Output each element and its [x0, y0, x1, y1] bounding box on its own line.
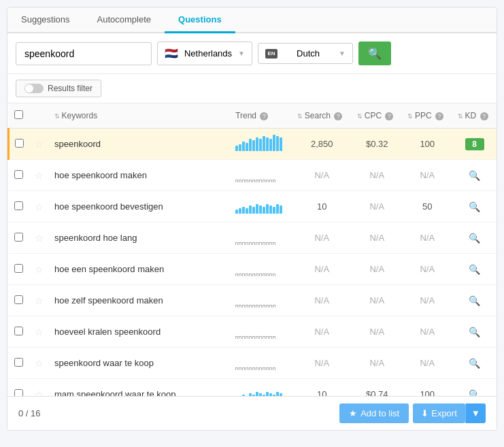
keywords-header[interactable]: ⇅ Keywords: [49, 103, 230, 129]
language-select[interactable]: EN Dutch ▼: [258, 43, 353, 64]
keyword-cell: hoe zelf speenkoord maken: [49, 285, 230, 316]
kd-search-button[interactable]: 🔍: [469, 170, 480, 181]
star-icon[interactable]: ☆: [35, 295, 44, 306]
star-icon[interactable]: ☆: [35, 358, 44, 369]
kd-info-icon[interactable]: ?: [480, 112, 488, 120]
trend-cell: [230, 316, 292, 348]
select-all-checkbox[interactable]: [14, 110, 23, 119]
table-row: ☆ hoe speenkoord maken N/A N/A N/A 🔍: [9, 160, 497, 191]
table-row: ☆ speenkoord 2,850 $0.32 100 8: [9, 129, 497, 160]
language-label: Dutch: [297, 48, 320, 59]
row-checkbox[interactable]: [14, 295, 23, 304]
keyword-cell: hoeveel kralen speenkoord: [49, 316, 230, 348]
keyword-cell: speenkoord: [49, 129, 230, 160]
trend-info-icon[interactable]: ?: [260, 112, 268, 120]
row-checkbox[interactable]: [14, 358, 23, 367]
search-button[interactable]: 🔍: [358, 42, 391, 65]
kd-search-button[interactable]: 🔍: [469, 327, 480, 337]
star-cell[interactable]: ☆: [29, 316, 49, 348]
kd-badge: 8: [465, 138, 484, 150]
star-icon[interactable]: ☆: [35, 170, 44, 181]
keyword-cell: speenkoord hoe lang: [49, 222, 230, 254]
ppc-info-icon[interactable]: ?: [435, 112, 443, 120]
trend-cell: [230, 379, 292, 397]
trend-cell: [230, 285, 292, 316]
tab-autocomplete[interactable]: Autocomplete: [84, 7, 165, 33]
toggle-switch[interactable]: [24, 84, 44, 93]
kd-search-button[interactable]: 🔍: [469, 358, 480, 369]
trend-header[interactable]: Trend ?: [230, 103, 292, 129]
search-value: N/A: [292, 348, 352, 379]
keywords-header-label: Keywords: [62, 111, 98, 120]
select-all-header[interactable]: [9, 103, 30, 129]
country-select[interactable]: 🇳🇱 Netherlands ▼: [157, 42, 252, 65]
row-checkbox-cell[interactable]: [9, 191, 30, 222]
row-checkbox[interactable]: [14, 201, 23, 210]
keyword-table-wrapper: ⇅ Keywords Trend ? ⇅ Search ? ⇅ CPC: [7, 103, 497, 396]
row-checkbox-cell[interactable]: [9, 129, 30, 160]
keyword-cell: speenkoord waar te koop: [49, 348, 230, 379]
row-checkbox[interactable]: [14, 233, 23, 242]
kd-search-button[interactable]: 🔍: [469, 264, 480, 275]
flag-icon: 🇳🇱: [165, 47, 178, 60]
row-checkbox[interactable]: [15, 139, 24, 148]
row-checkbox-cell[interactable]: [9, 316, 30, 348]
search-info-icon[interactable]: ?: [334, 112, 342, 120]
row-checkbox[interactable]: [14, 264, 23, 273]
row-checkbox-cell[interactable]: [9, 254, 30, 285]
row-checkbox-cell[interactable]: [9, 285, 30, 316]
ppc-header[interactable]: ⇅ PPC ?: [402, 103, 452, 129]
star-icon[interactable]: ☆: [35, 139, 44, 150]
row-checkbox[interactable]: [14, 389, 23, 397]
star-icon[interactable]: ☆: [35, 201, 44, 212]
ppc-value: 100: [402, 379, 452, 397]
kd-search-button[interactable]: 🔍: [469, 389, 480, 397]
cpc-info-icon[interactable]: ?: [385, 112, 393, 120]
cpc-header[interactable]: ⇅ CPC ?: [352, 103, 402, 129]
kd-header[interactable]: ⇅ KD ?: [452, 103, 497, 129]
kd-search-button[interactable]: 🔍: [469, 233, 480, 244]
row-checkbox-cell[interactable]: [9, 348, 30, 379]
search-row: 🇳🇱 Netherlands ▼ EN Dutch ▼ 🔍: [7, 33, 497, 74]
tab-questions[interactable]: Questions: [165, 7, 235, 33]
cpc-value: $0.32: [352, 129, 402, 160]
search-value: N/A: [292, 254, 352, 285]
results-filter-button[interactable]: Results filter: [16, 80, 101, 97]
tab-suggestions[interactable]: Suggestions: [7, 7, 84, 33]
row-checkbox[interactable]: [14, 170, 23, 179]
keyword-cell: hoe speenkoord bevestigen: [49, 191, 230, 222]
star-icon[interactable]: ☆: [35, 389, 44, 397]
star-cell[interactable]: ☆: [29, 129, 49, 160]
row-checkbox[interactable]: [14, 327, 23, 335]
star-cell[interactable]: ☆: [29, 285, 49, 316]
kd-search-button[interactable]: 🔍: [469, 295, 480, 306]
cpc-value: N/A: [352, 160, 402, 191]
star-icon[interactable]: ☆: [35, 233, 44, 244]
star-cell[interactable]: ☆: [29, 191, 49, 222]
kd-cell: 🔍: [452, 191, 497, 222]
search-value: 2,850: [292, 129, 352, 160]
star-cell[interactable]: ☆: [29, 160, 49, 191]
search-input[interactable]: [16, 42, 152, 65]
export-button[interactable]: ⬇ Export: [413, 403, 465, 423]
add-to-list-button[interactable]: ★ Add to list: [339, 403, 409, 423]
star-cell[interactable]: ☆: [29, 348, 49, 379]
row-checkbox-cell[interactable]: [9, 160, 30, 191]
star-icon[interactable]: ☆: [35, 264, 44, 275]
kd-search-button[interactable]: 🔍: [469, 201, 480, 212]
cpc-value: N/A: [352, 222, 402, 254]
star-icon[interactable]: ☆: [35, 327, 44, 337]
row-checkbox-cell[interactable]: [9, 379, 30, 397]
star-cell[interactable]: ☆: [29, 379, 49, 397]
cpc-value: N/A: [352, 254, 402, 285]
star-cell[interactable]: ☆: [29, 222, 49, 254]
footer: 0 / 16 ★ Add to list ⬇ Export ▼: [7, 396, 497, 430]
cpc-sort-icon: ⇅: [357, 113, 365, 120]
export-dropdown-button[interactable]: ▼: [465, 403, 486, 423]
keyword-table: ⇅ Keywords Trend ? ⇅ Search ? ⇅ CPC: [7, 103, 497, 396]
table-row: ☆ hoeveel kralen speenkoord N/A N/A N/A …: [9, 316, 497, 348]
star-cell[interactable]: ☆: [29, 254, 49, 285]
kd-cell: 🔍: [452, 348, 497, 379]
search-header[interactable]: ⇅ Search ?: [292, 103, 352, 129]
row-checkbox-cell[interactable]: [9, 222, 30, 254]
